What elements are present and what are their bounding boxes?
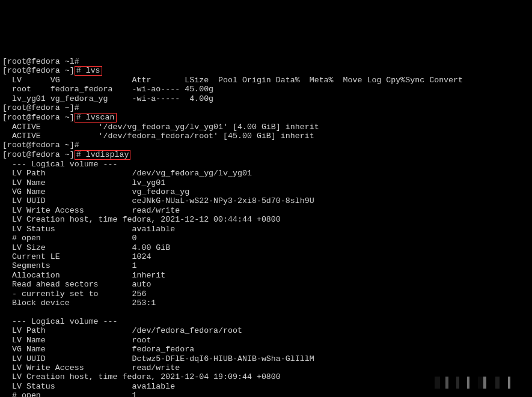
prompt-line: [root@fedora ~]# [2,141,79,150]
cmd-lvs-highlight: # lvs [75,66,102,76]
prompt-line: [root@fedora ~] [2,113,75,122]
lvd-row: Block device 253:1 [2,299,156,308]
lvdisplay-section-header: --- Logical volume --- [2,160,118,169]
lvd-row: LV Path /dev/fedora_fedora/root [2,326,242,335]
lvd-row: LV Name root [2,336,151,345]
blank-line [2,308,7,317]
lvd-row: LV Name lv_yg01 [2,178,165,187]
lvd-row: Segments 1 [2,261,136,270]
lvd-row: LV UUID Dctwz5-DFlE-dqI6-HIUB-ANIB-wSha-… [2,354,314,363]
lvd-row: LV UUID ceJNkG-NUaL-wS22-NPy3-2xi8-5d70-… [2,196,314,205]
prompt-line: [root@fedora ~] [2,66,75,75]
lvd-row: LV Creation host, time fedora, 2021-12-1… [2,215,281,224]
lvs-row: root fedora_fedora -wi-ao---- 45.00g [2,85,213,94]
terminal[interactable]: [root@fedora ~l# [root@fedora ~]# lvs LV… [0,46,532,397]
lvd-row: LV Creation host, time fedora, 2021-12-0… [2,372,281,381]
lvd-row: Allocation inherit [2,271,165,280]
prompt-line: [root@fedora ~l# [2,57,79,66]
cmd-lvdisplay-highlight: # lvdisplay [75,150,131,160]
lvd-row: # open 0 [2,234,136,243]
lvd-row: # open 1 [2,391,136,397]
lvd-row: VG Name fedora_fedora [2,345,194,354]
lvd-row: LV Write Access read/write [2,206,180,215]
lvd-row: VG Name vg_fedora_yg [2,187,189,196]
prompt-line: [root@fedora ~]# [2,103,79,112]
prompt-line: [root@fedora ~] [2,150,75,159]
lvs-row: lv_yg01 vg_fedora_yg -wi-a----- 4.00g [2,94,213,103]
obscured-region-icon [424,377,532,389]
lvscan-row: ACTIVE '/dev/fedora_fedora/root' [45.00 … [2,132,314,141]
lvd-row: Read ahead sectors auto [2,280,151,289]
lvd-row: LV Path /dev/vg_fedora_yg/lv_yg01 [2,169,252,178]
lvd-row: Current LE 1024 [2,252,151,261]
lvs-header: LV VG Attr LSize Pool Origin Data% Meta%… [2,76,463,85]
lvd-row: LV Status available [2,225,175,234]
cmd-lvscan-highlight: # lvscan [75,113,117,123]
lvd-row: LV Size 4.00 GiB [2,243,170,252]
lvdisplay-section-header: --- Logical volume --- [2,317,118,326]
lvd-row: LV Status available [2,382,175,391]
lvscan-row: ACTIVE '/dev/vg_fedora_yg/lv_yg01' [4.00… [2,123,319,132]
lvd-row: - currently set to 256 [2,289,146,299]
lvd-row: LV Write Access read/write [2,363,180,372]
